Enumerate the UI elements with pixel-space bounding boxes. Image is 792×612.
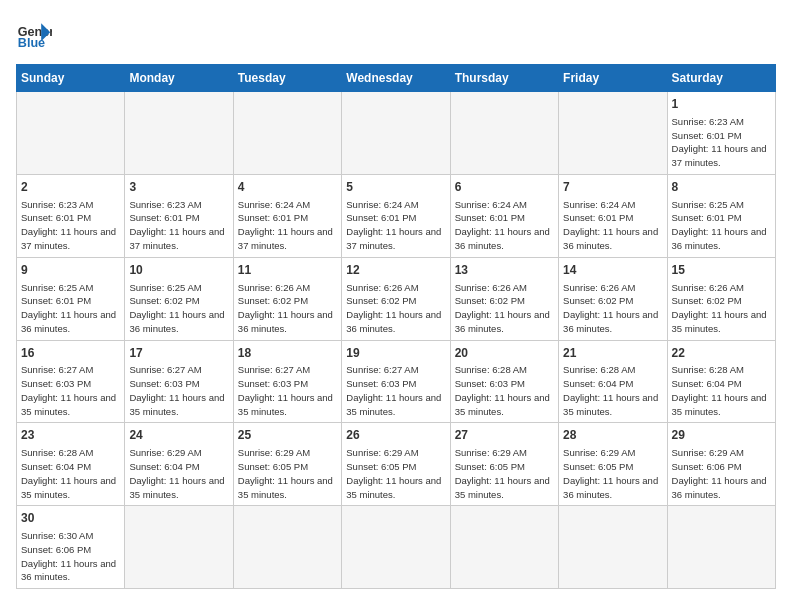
day-number: 24 [129,427,228,444]
logo: General Blue [16,16,52,52]
calendar-cell: 4Sunrise: 6:24 AM Sunset: 6:01 PM Daylig… [233,174,341,257]
day-info: Sunrise: 6:26 AM Sunset: 6:02 PM Dayligh… [672,281,771,336]
calendar-cell: 24Sunrise: 6:29 AM Sunset: 6:04 PM Dayli… [125,423,233,506]
day-number: 13 [455,262,554,279]
day-number: 3 [129,179,228,196]
day-info: Sunrise: 6:26 AM Sunset: 6:02 PM Dayligh… [563,281,662,336]
calendar-cell: 5Sunrise: 6:24 AM Sunset: 6:01 PM Daylig… [342,174,450,257]
day-number: 23 [21,427,120,444]
day-number: 1 [672,96,771,113]
weekday-header-monday: Monday [125,65,233,92]
day-info: Sunrise: 6:28 AM Sunset: 6:03 PM Dayligh… [455,363,554,418]
calendar-cell [233,506,341,589]
day-number: 18 [238,345,337,362]
calendar-cell [342,506,450,589]
calendar-cell: 12Sunrise: 6:26 AM Sunset: 6:02 PM Dayli… [342,257,450,340]
calendar-cell [667,506,775,589]
day-number: 14 [563,262,662,279]
week-row-3: 9Sunrise: 6:25 AM Sunset: 6:01 PM Daylig… [17,257,776,340]
day-info: Sunrise: 6:24 AM Sunset: 6:01 PM Dayligh… [346,198,445,253]
week-row-2: 2Sunrise: 6:23 AM Sunset: 6:01 PM Daylig… [17,174,776,257]
day-info: Sunrise: 6:29 AM Sunset: 6:06 PM Dayligh… [672,446,771,501]
weekday-header-tuesday: Tuesday [233,65,341,92]
calendar-cell: 28Sunrise: 6:29 AM Sunset: 6:05 PM Dayli… [559,423,667,506]
calendar-cell: 26Sunrise: 6:29 AM Sunset: 6:05 PM Dayli… [342,423,450,506]
calendar-cell: 2Sunrise: 6:23 AM Sunset: 6:01 PM Daylig… [17,174,125,257]
day-info: Sunrise: 6:30 AM Sunset: 6:06 PM Dayligh… [21,529,120,584]
day-number: 8 [672,179,771,196]
day-number: 10 [129,262,228,279]
calendar-cell: 3Sunrise: 6:23 AM Sunset: 6:01 PM Daylig… [125,174,233,257]
calendar-cell: 19Sunrise: 6:27 AM Sunset: 6:03 PM Dayli… [342,340,450,423]
day-number: 28 [563,427,662,444]
calendar-cell: 13Sunrise: 6:26 AM Sunset: 6:02 PM Dayli… [450,257,558,340]
day-number: 20 [455,345,554,362]
day-info: Sunrise: 6:29 AM Sunset: 6:04 PM Dayligh… [129,446,228,501]
calendar-cell: 10Sunrise: 6:25 AM Sunset: 6:02 PM Dayli… [125,257,233,340]
calendar-cell: 8Sunrise: 6:25 AM Sunset: 6:01 PM Daylig… [667,174,775,257]
day-info: Sunrise: 6:27 AM Sunset: 6:03 PM Dayligh… [21,363,120,418]
day-number: 15 [672,262,771,279]
day-number: 2 [21,179,120,196]
day-number: 4 [238,179,337,196]
calendar-cell: 14Sunrise: 6:26 AM Sunset: 6:02 PM Dayli… [559,257,667,340]
calendar-cell: 29Sunrise: 6:29 AM Sunset: 6:06 PM Dayli… [667,423,775,506]
weekday-header-wednesday: Wednesday [342,65,450,92]
day-info: Sunrise: 6:24 AM Sunset: 6:01 PM Dayligh… [563,198,662,253]
calendar-cell [125,506,233,589]
calendar-cell: 7Sunrise: 6:24 AM Sunset: 6:01 PM Daylig… [559,174,667,257]
day-number: 27 [455,427,554,444]
day-info: Sunrise: 6:26 AM Sunset: 6:02 PM Dayligh… [238,281,337,336]
day-info: Sunrise: 6:23 AM Sunset: 6:01 PM Dayligh… [129,198,228,253]
calendar-table: SundayMondayTuesdayWednesdayThursdayFrid… [16,64,776,589]
week-row-4: 16Sunrise: 6:27 AM Sunset: 6:03 PM Dayli… [17,340,776,423]
day-info: Sunrise: 6:29 AM Sunset: 6:05 PM Dayligh… [346,446,445,501]
day-number: 11 [238,262,337,279]
day-info: Sunrise: 6:25 AM Sunset: 6:01 PM Dayligh… [21,281,120,336]
calendar-cell [450,506,558,589]
day-number: 12 [346,262,445,279]
calendar-cell [233,92,341,175]
day-info: Sunrise: 6:24 AM Sunset: 6:01 PM Dayligh… [455,198,554,253]
day-number: 29 [672,427,771,444]
calendar-cell [17,92,125,175]
calendar-cell: 23Sunrise: 6:28 AM Sunset: 6:04 PM Dayli… [17,423,125,506]
weekday-header-saturday: Saturday [667,65,775,92]
day-number: 17 [129,345,228,362]
day-number: 25 [238,427,337,444]
day-number: 16 [21,345,120,362]
week-row-5: 23Sunrise: 6:28 AM Sunset: 6:04 PM Dayli… [17,423,776,506]
day-info: Sunrise: 6:24 AM Sunset: 6:01 PM Dayligh… [238,198,337,253]
calendar-cell: 16Sunrise: 6:27 AM Sunset: 6:03 PM Dayli… [17,340,125,423]
day-info: Sunrise: 6:28 AM Sunset: 6:04 PM Dayligh… [21,446,120,501]
calendar-cell: 1Sunrise: 6:23 AM Sunset: 6:01 PM Daylig… [667,92,775,175]
day-info: Sunrise: 6:27 AM Sunset: 6:03 PM Dayligh… [129,363,228,418]
day-number: 30 [21,510,120,527]
calendar-cell: 6Sunrise: 6:24 AM Sunset: 6:01 PM Daylig… [450,174,558,257]
week-row-1: 1Sunrise: 6:23 AM Sunset: 6:01 PM Daylig… [17,92,776,175]
calendar-cell: 11Sunrise: 6:26 AM Sunset: 6:02 PM Dayli… [233,257,341,340]
day-number: 21 [563,345,662,362]
day-info: Sunrise: 6:28 AM Sunset: 6:04 PM Dayligh… [672,363,771,418]
day-info: Sunrise: 6:25 AM Sunset: 6:02 PM Dayligh… [129,281,228,336]
day-info: Sunrise: 6:26 AM Sunset: 6:02 PM Dayligh… [455,281,554,336]
day-number: 26 [346,427,445,444]
day-number: 19 [346,345,445,362]
day-number: 22 [672,345,771,362]
calendar-cell [559,92,667,175]
calendar-cell: 27Sunrise: 6:29 AM Sunset: 6:05 PM Dayli… [450,423,558,506]
calendar-cell: 21Sunrise: 6:28 AM Sunset: 6:04 PM Dayli… [559,340,667,423]
week-row-6: 30Sunrise: 6:30 AM Sunset: 6:06 PM Dayli… [17,506,776,589]
day-info: Sunrise: 6:29 AM Sunset: 6:05 PM Dayligh… [238,446,337,501]
calendar-cell: 9Sunrise: 6:25 AM Sunset: 6:01 PM Daylig… [17,257,125,340]
calendar-cell [450,92,558,175]
calendar-cell [559,506,667,589]
day-number: 9 [21,262,120,279]
svg-text:Blue: Blue [18,36,45,50]
logo-icon: General Blue [16,16,52,52]
calendar-cell [342,92,450,175]
calendar-cell: 18Sunrise: 6:27 AM Sunset: 6:03 PM Dayli… [233,340,341,423]
weekday-header-sunday: Sunday [17,65,125,92]
day-info: Sunrise: 6:28 AM Sunset: 6:04 PM Dayligh… [563,363,662,418]
weekday-header-thursday: Thursday [450,65,558,92]
